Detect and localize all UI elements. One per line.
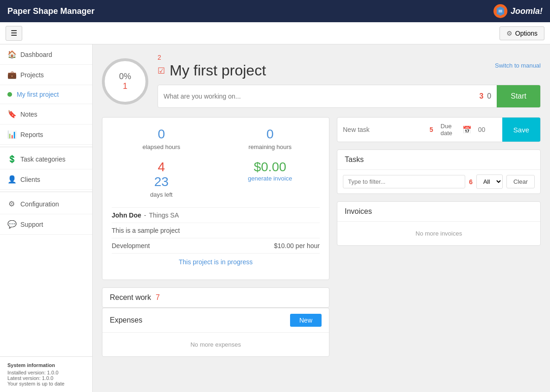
active-dot-icon bbox=[7, 92, 12, 97]
gear-icon: ⚙ bbox=[506, 30, 512, 37]
start-button[interactable]: Start bbox=[497, 85, 540, 107]
sidebar-divider bbox=[0, 147, 92, 147]
topbar: Paper Shape Manager Joomla! bbox=[0, 0, 550, 22]
recent-work-title: Recent work bbox=[110, 293, 151, 302]
clear-filter-button[interactable]: Clear bbox=[506, 175, 535, 188]
no-expenses: No more expenses bbox=[102, 333, 329, 356]
sidebar-item-label: Clients bbox=[20, 176, 40, 183]
sidebar-item-clients[interactable]: 👤 Clients bbox=[0, 169, 92, 190]
layout: 🏠 Dashboard 💼 Projects My first project … bbox=[0, 44, 550, 392]
recent-work-num: 7 bbox=[156, 293, 160, 302]
save-task-button[interactable]: Save bbox=[502, 117, 540, 142]
recent-work-header: Recent work 7 bbox=[110, 293, 322, 302]
stats-row-2: 4 23 days left $0.00 generate invoice bbox=[112, 160, 320, 198]
sidebar-item-support[interactable]: 💬 Support bbox=[0, 214, 92, 235]
progress-number: 1 bbox=[123, 81, 127, 91]
timer-count: 0 bbox=[487, 92, 491, 100]
options-button[interactable]: ⚙ Options bbox=[499, 26, 544, 40]
client-company: Things SA bbox=[149, 212, 179, 219]
timer-number: 3 bbox=[479, 92, 483, 100]
system-info: System information Installed version: 1.… bbox=[0, 356, 92, 392]
description-row: This is a sample project bbox=[112, 223, 320, 238]
days-label: days left bbox=[112, 191, 211, 198]
sidebar-item-configuration[interactable]: ⚙ Configuration bbox=[0, 194, 92, 214]
days-value: 23 bbox=[112, 174, 211, 189]
sidebar-item-notes[interactable]: 🔖 Notes bbox=[0, 104, 92, 124]
project-price: $10.00 per hour bbox=[274, 242, 320, 249]
sidebar-item-reports[interactable]: 📊 Reports bbox=[0, 124, 92, 145]
briefcase-icon: 💼 bbox=[7, 70, 16, 79]
sidebar-item-my-first-project[interactable]: My first project bbox=[0, 85, 92, 104]
task-num: 5 bbox=[430, 126, 433, 133]
left-panel: 0 elapsed hours 0 remaining hours 4 23 d… bbox=[102, 117, 329, 357]
due-date-input[interactable] bbox=[474, 126, 502, 133]
task-input-card: 5 Due date 📅 Save bbox=[337, 117, 541, 142]
timer-bar: 3 0 Start bbox=[158, 85, 541, 108]
expenses-title: Expenses bbox=[110, 316, 142, 324]
progress-percent: 0% bbox=[119, 72, 131, 81]
joomla-text: Joomla! bbox=[511, 6, 543, 16]
new-task-input[interactable] bbox=[337, 126, 430, 133]
client-name: John Doe bbox=[112, 212, 141, 219]
project-title-row: ☑ My first project bbox=[158, 62, 266, 79]
sidebar-item-label: My first project bbox=[17, 91, 59, 98]
calendar-icon: 📅 bbox=[462, 125, 472, 134]
hamburger-icon: ☰ bbox=[11, 29, 17, 37]
task-filter-input[interactable] bbox=[343, 175, 465, 188]
options-label: Options bbox=[515, 30, 537, 37]
days-num-label: 4 bbox=[112, 160, 211, 174]
remaining-stat: 0 remaining hours bbox=[221, 127, 320, 150]
progress-circle: 0% 1 bbox=[102, 58, 148, 105]
stats-row: 0 elapsed hours 0 remaining hours bbox=[112, 127, 320, 150]
project-category: Development bbox=[112, 242, 150, 249]
sidebar-item-dashboard[interactable]: 🏠 Dashboard bbox=[0, 44, 92, 65]
sidebar-item-label: Task categories bbox=[20, 156, 65, 163]
no-invoices: No more invoices bbox=[337, 222, 540, 245]
person-icon: 👤 bbox=[7, 175, 16, 184]
new-expense-button[interactable]: New bbox=[290, 314, 322, 327]
dollar-icon: 💲 bbox=[7, 155, 16, 163]
expenses-header: Expenses New bbox=[102, 308, 329, 333]
timer-input[interactable] bbox=[164, 93, 475, 100]
stats-card: 0 elapsed hours 0 remaining hours 4 23 d… bbox=[102, 117, 329, 280]
project-header: 0% 1 2 ☑ My first project Switch to manu… bbox=[102, 54, 541, 108]
switch-manual-link[interactable]: Switch to manual bbox=[495, 62, 541, 69]
content-area: 0 elapsed hours 0 remaining hours 4 23 d… bbox=[102, 117, 541, 357]
task-filter-select[interactable]: All bbox=[476, 174, 503, 189]
generate-invoice-link[interactable]: generate invoice bbox=[248, 175, 292, 182]
system-status: Your system is up to date bbox=[7, 381, 85, 386]
tasks-header: Tasks bbox=[337, 150, 540, 170]
right-panel: 5 Due date 📅 Save Tasks 6 All Cl bbox=[337, 117, 541, 357]
sidebar-divider-2 bbox=[0, 192, 92, 192]
remaining-value: 0 bbox=[221, 127, 320, 142]
check-icon: ☑ bbox=[158, 66, 165, 76]
sidebar-item-projects[interactable]: 💼 Projects bbox=[0, 65, 92, 85]
sidebar-item-label: Dashboard bbox=[20, 51, 52, 58]
sidebar-nav: 🏠 Dashboard 💼 Projects My first project … bbox=[0, 44, 92, 356]
client-row: John Doe - Things SA bbox=[112, 207, 320, 223]
expenses-card: Expenses New No more expenses bbox=[102, 308, 329, 357]
secondbar: ☰ ⚙ Options bbox=[0, 22, 550, 44]
latest-version: Latest version: 1.0.0 bbox=[7, 375, 85, 381]
elapsed-value: 0 bbox=[112, 127, 211, 142]
project-status: This project is in progress bbox=[112, 253, 320, 270]
timer-input-wrapper: 3 0 bbox=[158, 85, 497, 107]
sidebar-item-task-categories[interactable]: 💲 Task categories bbox=[0, 149, 92, 169]
days-stat: 4 23 days left bbox=[112, 160, 211, 198]
main-content: 0% 1 2 ☑ My first project Switch to manu… bbox=[93, 44, 550, 392]
project-number: 2 bbox=[158, 54, 541, 61]
tasks-card: Tasks 6 All Clear bbox=[337, 149, 541, 194]
filter-row: 6 All Clear bbox=[337, 170, 540, 193]
due-date-label: Due date bbox=[437, 123, 460, 137]
sidebar-item-label: Notes bbox=[20, 111, 38, 118]
joomla-icon bbox=[493, 4, 508, 19]
sidebar: 🏠 Dashboard 💼 Projects My first project … bbox=[0, 44, 93, 392]
system-info-title: System information bbox=[7, 362, 85, 368]
recent-work-card: Recent work 7 bbox=[102, 287, 329, 308]
elapsed-stat: 0 elapsed hours bbox=[112, 127, 211, 150]
filter-num: 6 bbox=[469, 178, 473, 186]
menu-toggle-button[interactable]: ☰ bbox=[6, 26, 22, 41]
invoice-value: $0.00 bbox=[221, 160, 320, 174]
bookmark-icon: 🔖 bbox=[7, 110, 16, 118]
project-description: This is a sample project bbox=[112, 227, 180, 234]
